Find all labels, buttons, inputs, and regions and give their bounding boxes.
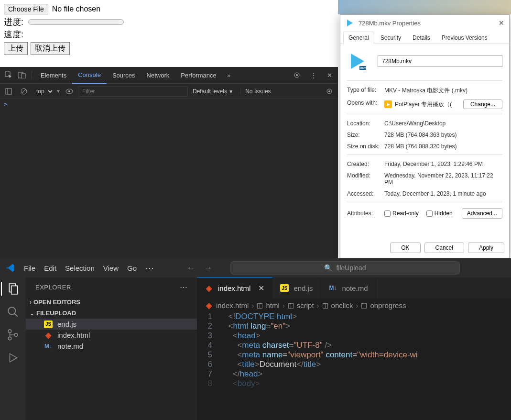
properties-dialog: 728Mb.mkv Properties ✕ General Security … (340, 14, 510, 258)
close-icon[interactable]: ✕ (499, 19, 504, 27)
folder-section[interactable]: ⌄FILEUPLOAD (26, 308, 197, 319)
workspace-name: fileUpload (336, 264, 366, 272)
modified-value: Wednesday, November 22, 2023, 11:17:22 P… (384, 172, 502, 186)
html-file-icon: ◈ (44, 332, 53, 339)
menu-file[interactable]: File (24, 264, 35, 272)
explorer-more-icon[interactable]: ⋯ (180, 283, 188, 292)
advanced-button[interactable]: Advanced... (462, 208, 502, 219)
location-value: C:\Users\Wang\Desktop (384, 120, 502, 127)
devtools-tabbar: Elements Console Sources Network Perform… (0, 67, 338, 84)
cancel-upload-button[interactable]: 取消上传 (31, 42, 70, 55)
created-label: Created: (347, 161, 384, 167)
breadcrumb[interactable]: ◈ index.html› ◫html› ◫script› ◫onclick› … (197, 298, 511, 312)
vscode-titlebar[interactable]: File Edit Selection View Go ⋯ ← → 🔍 file… (0, 258, 511, 277)
sidebar-toggle-icon[interactable] (2, 85, 15, 98)
clear-console-icon[interactable] (17, 85, 31, 98)
dialog-titlebar[interactable]: 728Mb.mkv Properties ✕ (340, 15, 509, 31)
choose-file-button[interactable]: Choose File (4, 4, 48, 14)
opens-with-label: Opens with: (347, 99, 384, 109)
command-center[interactable]: 🔍 fileUpload (230, 261, 460, 275)
ok-button[interactable]: OK (390, 243, 420, 253)
nav-forward-icon[interactable]: → (204, 263, 212, 273)
kebab-icon[interactable]: ⋮ (306, 68, 320, 82)
tab-previous-versions[interactable]: Previous Versions (436, 32, 493, 44)
tab-elements[interactable]: Elements (35, 67, 72, 84)
apply-button[interactable]: Apply (468, 243, 504, 253)
editor-tab-indexhtml[interactable]: ◈index.html✕ (197, 277, 272, 298)
svg-point-22 (8, 337, 11, 340)
tab-security[interactable]: Security (375, 32, 406, 44)
file-type-icon (345, 18, 355, 28)
file-indexhtml[interactable]: ◈index.html (26, 330, 197, 341)
menu-view[interactable]: View (103, 264, 119, 272)
accessed-value: Today, December 1, 2023, 1 minute ago (384, 190, 502, 197)
svg-point-21 (8, 330, 11, 333)
menu-go[interactable]: Go (127, 264, 137, 272)
run-debug-icon[interactable] (6, 351, 20, 365)
svg-point-23 (14, 333, 18, 337)
file-endjs[interactable]: JSend.js (26, 319, 197, 330)
attributes-label: Attributes: (347, 210, 384, 217)
upload-button[interactable]: 上传 (4, 42, 28, 55)
hidden-checkbox[interactable]: Hidden (426, 210, 453, 217)
progress-label: 进度: (4, 16, 23, 28)
filename-input[interactable] (378, 55, 502, 67)
nav-back-icon[interactable]: ← (186, 263, 195, 273)
levels-select[interactable]: Default levels ▼ (193, 88, 233, 95)
svg-line-20 (14, 313, 18, 317)
readonly-checkbox[interactable]: Read-only (384, 210, 419, 217)
potplayer-icon: ▶ (384, 100, 392, 108)
breadcrumb-item[interactable]: onclick (331, 301, 353, 309)
filter-input[interactable] (78, 86, 188, 97)
menu-selection[interactable]: Selection (65, 264, 95, 272)
dialog-title: 728Mb.mkv Properties (359, 20, 495, 27)
more-tabs-icon[interactable]: » (222, 68, 236, 82)
type-of-file-value: MKV - Matroska 电影文件 (.mkv) (384, 87, 502, 95)
editor-tab-endjs[interactable]: JSend.js (272, 277, 321, 298)
desktop-background (338, 0, 511, 14)
breadcrumb-item[interactable]: script (297, 301, 314, 309)
editor-tabs: ◈index.html✕ JSend.js M↓note.md (197, 277, 511, 298)
file-notemd[interactable]: M↓note.md (26, 341, 197, 352)
browser-page: Choose File No file chosen 进度: 速度: 上传 取消… (0, 0, 338, 67)
settings-icon[interactable] (290, 68, 304, 82)
cube-icon: ◫ (322, 301, 328, 309)
breadcrumb-item[interactable]: onprogress (370, 301, 406, 309)
close-tab-icon[interactable]: ✕ (258, 284, 264, 293)
tab-sources[interactable]: Sources (107, 67, 141, 84)
console-body[interactable]: > (0, 99, 338, 110)
search-activity-icon[interactable] (6, 305, 20, 319)
code-editor[interactable]: 1 <!DOCTYPE html> 2 <html lang="en"> 3 <… (197, 312, 511, 388)
inspect-icon[interactable] (2, 68, 15, 82)
js-file-icon: JS (280, 284, 289, 292)
vscode-logo-icon (6, 263, 15, 273)
file-large-icon: MKV (347, 51, 368, 72)
svg-point-19 (8, 307, 15, 314)
html-file-icon: ◈ (205, 285, 213, 292)
cancel-button[interactable]: Cancel (424, 243, 464, 253)
change-button[interactable]: Change... (463, 99, 502, 109)
console-settings-icon[interactable] (323, 85, 336, 98)
breadcrumb-item[interactable]: index.html (216, 301, 249, 309)
eye-icon[interactable] (63, 85, 76, 98)
tab-network[interactable]: Network (141, 67, 175, 84)
source-control-icon[interactable] (6, 328, 20, 342)
device-toolbar-icon[interactable] (15, 68, 29, 82)
tab-performance[interactable]: Performance (175, 67, 222, 84)
tab-details[interactable]: Details (407, 32, 435, 44)
breadcrumb-item[interactable]: html (266, 301, 279, 309)
speed-label: 速度: (4, 29, 334, 40)
svg-marker-24 (10, 354, 17, 362)
md-file-icon: M↓ (44, 343, 53, 350)
tab-console[interactable]: Console (72, 67, 107, 84)
menu-edit[interactable]: Edit (44, 264, 56, 272)
explorer-icon[interactable] (1, 282, 25, 296)
type-of-file-label: Type of file: (347, 87, 384, 95)
menu-more-icon[interactable]: ⋯ (145, 263, 154, 273)
accessed-label: Accessed: (347, 190, 384, 197)
open-editors-section[interactable]: ›OPEN EDITORS (26, 297, 197, 308)
editor-tab-notemd[interactable]: M↓note.md (321, 277, 376, 298)
tab-general[interactable]: General (343, 32, 374, 44)
close-icon[interactable]: ✕ (323, 68, 336, 82)
context-select[interactable]: top (33, 87, 54, 96)
